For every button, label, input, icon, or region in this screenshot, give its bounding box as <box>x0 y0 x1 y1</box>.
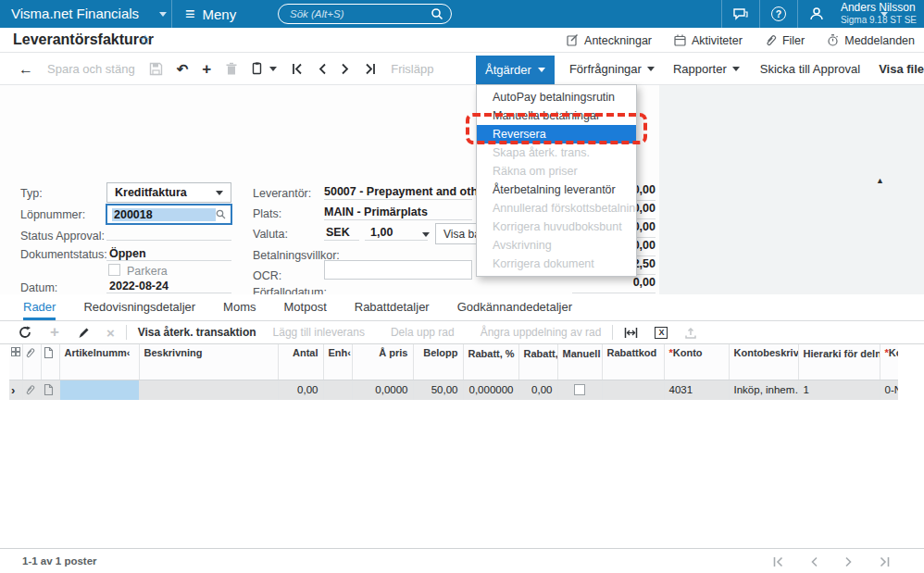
betalningsvillkor-field[interactable] <box>324 244 472 261</box>
save-and-close-button[interactable]: Spara och stäng <box>47 62 135 76</box>
save-icon[interactable] <box>149 62 163 76</box>
app-title[interactable]: Visma.net Financials <box>11 0 139 28</box>
leverantor-field[interactable] <box>324 183 472 200</box>
cell-a-pris[interactable]: 0,0000 <box>352 380 413 400</box>
app-chevron-down-icon[interactable] <box>159 12 167 17</box>
delete-icon[interactable] <box>225 62 238 76</box>
tab-rader[interactable]: Rader <box>23 294 56 320</box>
col-belopp[interactable]: Belopp <box>413 344 463 380</box>
cell-antal[interactable]: 0,00 <box>278 380 323 400</box>
user-icon[interactable] <box>798 0 835 28</box>
menu-item-manuella-betalningar[interactable]: Manuella betalningar <box>477 106 636 125</box>
tab-redovisningsdetaljer[interactable]: Redovisningsdetaljer <box>83 294 195 320</box>
cell-belopp[interactable]: 50,00 <box>413 380 463 400</box>
grid-delete-x-icon[interactable]: × <box>106 325 115 341</box>
filer-link[interactable]: Filer <box>765 34 805 47</box>
go-last-icon[interactable] <box>364 63 377 75</box>
row-note-icon[interactable] <box>41 380 59 400</box>
tab-moms[interactable]: Moms <box>223 294 256 320</box>
col-antal[interactable]: Antal <box>278 344 323 380</box>
valuta-rate-field[interactable] <box>365 224 428 241</box>
col-ko-truncated[interactable]: *Ko <box>880 344 898 380</box>
go-prev-icon[interactable] <box>318 63 327 75</box>
grid-add-icon[interactable]: + <box>50 323 59 342</box>
add-icon[interactable]: + <box>202 60 211 79</box>
col-attachments-paperclip-icon[interactable] <box>22 344 41 380</box>
col-rabatt-belopp[interactable]: Rabatt, belopp <box>518 344 557 380</box>
dela-upp-rad-button[interactable]: Dela upp rad <box>391 326 455 339</box>
row-paperclip-icon[interactable] <box>22 380 41 400</box>
datum-field[interactable] <box>106 278 231 293</box>
user-menu[interactable]: Anders Nilsson Sigma 9.18 ST SE <box>841 2 917 25</box>
cell-artikelnummer[interactable] <box>59 380 139 400</box>
menu-item-reversera[interactable]: Reversera <box>477 125 636 143</box>
upload-icon[interactable] <box>684 327 697 339</box>
menu-item-korrigera-huvudboksbunt[interactable]: Korrigera huvudboksbunt <box>477 218 636 236</box>
menu-item-avskrivning[interactable]: Avskrivning <box>477 236 636 255</box>
cell-rabattkod[interactable] <box>602 380 664 400</box>
tab-motpost[interactable]: Motpost <box>284 294 327 320</box>
refresh-icon[interactable] <box>19 326 31 339</box>
release-button[interactable]: Frisläpp <box>391 62 433 76</box>
angra-uppdelning-button[interactable]: Ångra uppdelning av rad <box>481 326 602 339</box>
tab-rabattdetaljer[interactable]: Rabattdetaljer <box>355 294 430 320</box>
col-notes-doc-icon[interactable] <box>41 344 59 380</box>
edit-pencil-icon[interactable] <box>78 327 90 339</box>
grid-data-row[interactable]: › 0,00 0,0000 50,00 0,000000 0,00 <box>9 380 898 400</box>
cell-beskrivning[interactable] <box>139 380 278 400</box>
cell-ko[interactable]: 0-N <box>880 380 898 400</box>
typ-select[interactable]: Kreditfaktura <box>106 182 231 203</box>
export-excel-icon[interactable]: X <box>655 327 668 339</box>
cell-rabatt-belopp[interactable]: 0,00 <box>518 380 557 400</box>
col-beskrivning[interactable]: Beskrivning <box>139 344 278 380</box>
skicka-till-approval-button[interactable]: Skicka till Approval <box>760 62 860 76</box>
valuta-code-field[interactable] <box>324 224 359 241</box>
manuell-rabatt-checkbox[interactable] <box>574 384 585 395</box>
undo-icon[interactable]: ↶ <box>177 61 189 78</box>
menu-item-aterbetalning-leverantor[interactable]: Återbetalning leverantör <box>477 181 636 199</box>
tab-godkannandedetaljer[interactable]: Godkännandedetaljer <box>457 294 572 320</box>
parkera-checkbox[interactable] <box>108 264 120 276</box>
cell-rabatt-pct[interactable]: 0,000000 <box>463 380 518 400</box>
ocr-input[interactable] <box>324 260 472 280</box>
col-rabattkod[interactable]: Rabattkod <box>602 344 664 380</box>
col-manuell-rabatt[interactable]: Manuell rabatt <box>557 344 602 380</box>
lagg-till-inleverans-button[interactable]: Lägg till inleverans <box>273 326 365 339</box>
forfragningar-button[interactable]: Förfrågningar <box>569 62 655 76</box>
col-enhet[interactable]: Enh‹ <box>323 344 352 380</box>
rapporter-button[interactable]: Rapporter <box>673 62 740 76</box>
menu-item-rakna-om-priser[interactable]: Räkna om priser <box>477 162 636 181</box>
page-last-icon[interactable] <box>879 556 891 567</box>
lopnummer-input[interactable]: 200018 <box>106 204 232 225</box>
lookup-magnifier-icon[interactable] <box>216 209 226 219</box>
visa-filer-button[interactable]: Visa filer <box>879 62 924 76</box>
meddelanden-link[interactable]: Meddelanden <box>827 34 915 47</box>
visa-aterk-transaktion-button[interactable]: Visa återk. transaktion <box>138 326 256 339</box>
chat-icon[interactable] <box>722 0 759 28</box>
search-input[interactable] <box>290 8 431 19</box>
valuta-rate-caret-icon[interactable] <box>422 232 430 237</box>
go-first-icon[interactable] <box>291 63 304 75</box>
favorite-star-icon[interactable]: ☆ <box>139 31 151 48</box>
menu-item-annullerad-forskottsbetalning[interactable]: Annullerad förskottsbetalning <box>477 199 636 218</box>
aktiviteter-link[interactable]: Aktiviteter <box>674 34 743 47</box>
menu-item-korrigera-dokument[interactable]: Korrigera dokument <box>477 255 636 273</box>
grid-settings-icon[interactable] <box>9 344 22 380</box>
col-rabatt-pct[interactable]: Rabatt, % <box>463 344 518 380</box>
col-kontobeskrivning[interactable]: Kontobeskriv <box>729 344 798 380</box>
main-menu-button[interactable]: ≡ Meny <box>185 0 236 28</box>
cell-kontobeskrivning[interactable]: Inköp, inhem… <box>729 380 798 400</box>
go-next-icon[interactable] <box>341 63 350 75</box>
search-icon[interactable] <box>431 7 443 20</box>
atgarder-button[interactable]: Åtgärder <box>476 56 555 84</box>
menu-item-skapa-aterk-trans[interactable]: Skapa återk. trans. <box>477 143 636 162</box>
page-first-icon[interactable] <box>772 556 784 567</box>
cell-manuell-rabatt[interactable] <box>557 380 602 400</box>
collapse-chevron-icon[interactable]: ▲ <box>876 176 884 185</box>
cell-hierarki[interactable]: 1 <box>798 380 880 400</box>
page-next-icon[interactable] <box>844 556 853 567</box>
help-icon[interactable]: ? <box>760 0 797 28</box>
plats-field[interactable] <box>324 204 472 220</box>
user-chevron-down-icon[interactable] <box>880 12 888 17</box>
col-konto[interactable]: *Konto <box>664 344 729 380</box>
